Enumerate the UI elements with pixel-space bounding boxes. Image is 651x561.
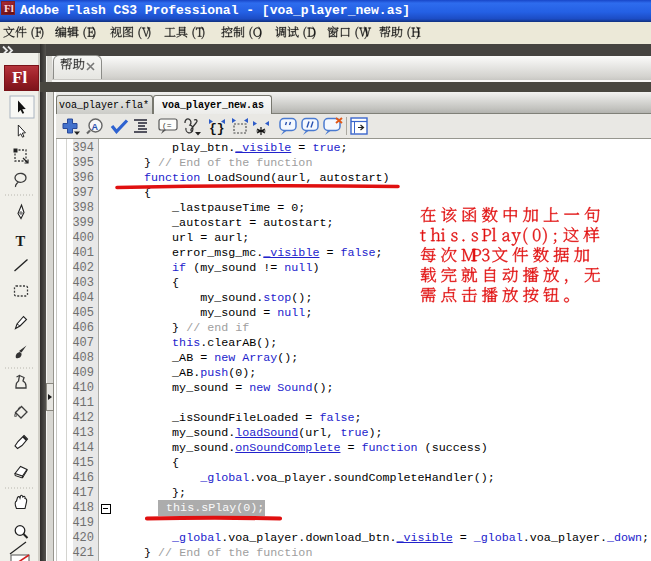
svg-text:{}: {}	[209, 121, 225, 136]
svg-text:A: A	[92, 122, 99, 132]
svg-text:T: T	[16, 233, 26, 249]
svg-text:(=: (=	[162, 121, 172, 130]
